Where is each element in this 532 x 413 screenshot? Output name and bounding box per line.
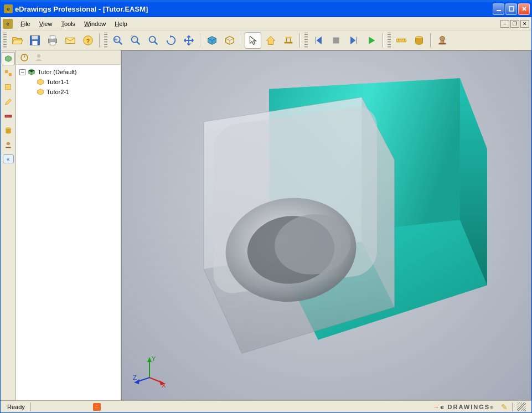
shaded-button[interactable]	[204, 32, 220, 49]
svg-rect-1	[509, 7, 514, 11]
components-tab-icon[interactable]	[2, 52, 15, 65]
menu-help[interactable]: Help	[110, 19, 132, 29]
markup-icon[interactable]	[2, 81, 15, 94]
axis-triad: Y X Z	[133, 355, 166, 389]
svg-rect-17	[333, 37, 339, 43]
pencil-icon[interactable]	[2, 95, 15, 109]
app-window: e eDrawings Professional - [Tutor.EASM] …	[0, 0, 532, 413]
print-button[interactable]	[44, 32, 61, 49]
toolbar-separator	[200, 33, 201, 48]
toolbar-grip[interactable]	[104, 33, 107, 48]
assembly-icon	[27, 68, 36, 76]
model-render	[122, 51, 531, 400]
toolbar-separator	[383, 33, 384, 48]
toolbar-grip[interactable]	[388, 33, 391, 48]
svg-text:?: ?	[86, 38, 90, 44]
svg-rect-14	[285, 42, 293, 43]
menu-window[interactable]: Window	[80, 19, 110, 29]
svg-rect-27	[6, 147, 11, 148]
send-button[interactable]	[62, 32, 79, 49]
toolbar-separator	[299, 33, 301, 48]
svg-rect-7	[50, 42, 55, 45]
rotate-button[interactable]	[163, 32, 179, 49]
menu-view[interactable]: View	[35, 19, 57, 29]
section-button[interactable]	[411, 32, 427, 49]
pan-button[interactable]	[180, 32, 197, 49]
stop-button[interactable]	[328, 32, 344, 49]
window-title: eDrawings Professional - [Tutor.EASM]	[15, 5, 493, 13]
side-toolbar: «	[1, 50, 16, 400]
doc-icon: e	[3, 19, 13, 29]
status-ready: Ready	[3, 404, 29, 410]
open-button[interactable]	[9, 32, 25, 49]
tree-home-icon[interactable]	[18, 51, 30, 64]
svg-rect-25	[5, 115, 12, 117]
mdi-restore-button[interactable]: ❐	[510, 20, 519, 28]
maximize-button[interactable]	[505, 3, 517, 15]
collapse-icon[interactable]: –	[19, 69, 25, 75]
svg-text:Y: Y	[152, 355, 156, 362]
mass-props-button[interactable]	[280, 32, 297, 49]
workarea: « – Tutor (Default) Tutor1-1 Tut	[1, 50, 531, 400]
statusbar: Ready ∴ →e DRAWINGS® ✎	[1, 400, 531, 412]
toolbar-separator	[241, 33, 242, 48]
brand-logo: →e DRAWINGS®	[430, 403, 498, 411]
toolbar-separator	[430, 33, 431, 48]
toolbar-separator	[99, 33, 100, 48]
tree-item-label: Tutor1-1	[47, 79, 69, 85]
stamp-button[interactable]	[434, 32, 451, 49]
toolbar-grip[interactable]	[3, 33, 7, 48]
tree-item-row[interactable]: Tutor2-1	[17, 87, 120, 97]
zoom-button[interactable]	[145, 32, 162, 49]
home-button[interactable]	[262, 32, 279, 49]
edit-icon[interactable]: ✎	[501, 402, 508, 411]
svg-point-16	[290, 35, 292, 38]
measure-icon[interactable]	[2, 110, 15, 123]
3d-viewport[interactable]: Y X Z	[121, 50, 531, 400]
svg-rect-4	[32, 40, 37, 44]
tree-root-label: Tutor (Default)	[38, 69, 77, 75]
section-tool-icon[interactable]	[2, 124, 15, 137]
mdi-minimize-button[interactable]: –	[500, 20, 509, 28]
titlebar[interactable]: e eDrawings Professional - [Tutor.EASM]	[1, 1, 531, 17]
toolbar-grip[interactable]	[304, 33, 308, 48]
save-button[interactable]	[27, 32, 43, 49]
svg-point-15	[286, 35, 288, 38]
window-controls	[493, 3, 530, 15]
configurations-icon[interactable]	[2, 66, 15, 80]
tree-toolbar	[16, 50, 121, 65]
help-button[interactable]: ?	[80, 32, 96, 49]
zoom-fit-button[interactable]	[110, 32, 126, 49]
mdi-close-button[interactable]: ✕	[520, 20, 529, 28]
main-toolbar: ?	[1, 30, 531, 50]
rss-icon[interactable]: ∴	[93, 403, 101, 411]
svg-rect-0	[497, 10, 501, 11]
tree-item-row[interactable]: Tutor1-1	[17, 77, 120, 87]
svg-rect-3	[32, 35, 38, 39]
app-icon: e	[4, 4, 13, 13]
menu-file[interactable]: File	[16, 19, 35, 29]
part-icon	[36, 78, 45, 86]
menu-tools[interactable]: Tools	[56, 19, 80, 29]
tree-root-row[interactable]: – Tutor (Default)	[17, 67, 120, 77]
minimize-button[interactable]	[493, 3, 504, 15]
menubar: e File View Tools Window Help – ❐ ✕	[1, 17, 531, 30]
next-button[interactable]	[345, 32, 362, 49]
svg-rect-22	[5, 70, 8, 73]
first-button[interactable]	[310, 32, 327, 49]
zoom-area-button[interactable]	[127, 32, 144, 49]
stamp-tool-icon[interactable]	[2, 138, 15, 152]
collapse-panel-button[interactable]: «	[3, 154, 14, 163]
tree-user-icon[interactable]	[33, 51, 45, 64]
svg-marker-36	[147, 357, 152, 362]
measure-button[interactable]	[393, 32, 410, 49]
perspective-button[interactable]	[221, 32, 238, 49]
resize-grip[interactable]	[517, 402, 526, 411]
tree-body: – Tutor (Default) Tutor1-1 Tutor2-1	[16, 65, 121, 400]
close-button[interactable]	[518, 3, 530, 15]
svg-rect-6	[50, 35, 55, 39]
svg-rect-24	[5, 85, 10, 90]
select-button[interactable]	[245, 32, 261, 49]
play-button[interactable]	[363, 32, 380, 49]
svg-point-28	[6, 142, 10, 145]
